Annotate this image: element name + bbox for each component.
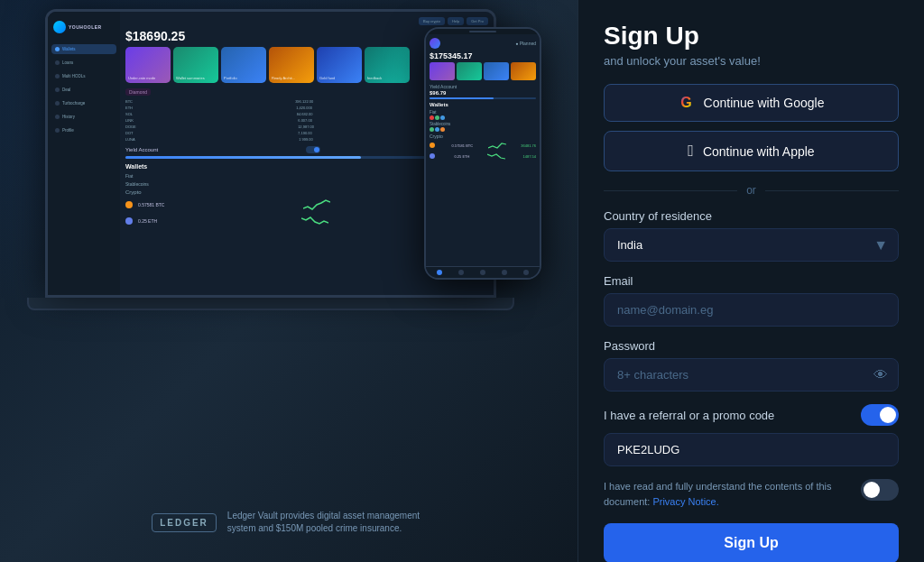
- sidebar-profile: Profile: [51, 125, 116, 135]
- apple-icon: : [688, 142, 694, 161]
- page-subtitle: and unlock your asset's value!: [604, 54, 899, 68]
- asset-card-6: feedback: [365, 47, 410, 83]
- asset-card-4: Ready Archit...: [269, 47, 314, 83]
- app-logo: YOUHOOLER: [51, 19, 116, 35]
- ledger-badge: LEDGER Ledger Vault provides digital ass…: [152, 510, 426, 535]
- sidebar-wallets: Wallets: [51, 44, 116, 54]
- divider-line-left: [604, 190, 737, 191]
- apple-button-label: Continue with Apple: [703, 144, 815, 159]
- app-sidebar: YOUHOOLER Wallets Loans Multi HODLs: [48, 12, 120, 295]
- right-panel: Sign Up and unlock your asset's value! G…: [578, 0, 924, 562]
- divider-text: or: [746, 184, 756, 197]
- sidebar-turbocharge: Turbocharge: [51, 98, 116, 108]
- asset-card-3: Portfolio: [221, 47, 266, 83]
- ledger-description: Ledger Vault provides digital asset mana…: [227, 510, 426, 535]
- referral-code-input[interactable]: [604, 433, 899, 466]
- google-icon: G: [679, 95, 695, 111]
- privacy-toggle-thumb: [864, 482, 880, 498]
- country-select[interactable]: India United States United Kingdom Germa…: [604, 228, 899, 262]
- privacy-notice-link[interactable]: Privacy Notice.: [652, 496, 718, 507]
- mobile-mockup: ● Planned $175345.17 Yield Account $96.7…: [424, 27, 541, 280]
- email-label: Email: [604, 274, 899, 288]
- ledger-logo: LEDGER: [152, 513, 217, 532]
- email-field[interactable]: [604, 293, 899, 327]
- toggle-thumb: [880, 407, 896, 423]
- asset-card-2: Wallet summaries: [173, 47, 218, 83]
- privacy-text: I have read and fully understand the con…: [604, 479, 850, 509]
- page-title: Sign Up: [604, 22, 899, 51]
- mobile-balance: $175345.17: [430, 51, 536, 60]
- password-group: Password 👁: [604, 339, 899, 392]
- password-label: Password: [604, 339, 899, 353]
- left-panel: YOUHOOLER Wallets Loans Multi HODLs: [0, 0, 578, 562]
- or-divider: or: [604, 184, 899, 197]
- country-label: Country of residence: [604, 209, 899, 223]
- password-toggle-icon[interactable]: 👁: [873, 367, 888, 383]
- apple-signin-button[interactable]:  Continue with Apple: [604, 131, 899, 171]
- divider-line-right: [765, 190, 899, 191]
- google-button-label: Continue with Google: [704, 96, 825, 110]
- sidebar-history: History: [51, 112, 116, 122]
- sidebar-multihodls: Multi HODLs: [51, 71, 116, 81]
- google-signin-button[interactable]: G Continue with Google: [604, 84, 899, 122]
- country-select-wrapper: India United States United Kingdom Germa…: [604, 228, 899, 262]
- referral-label: I have a referral or a promo code: [604, 409, 774, 422]
- privacy-toggle[interactable]: [861, 479, 899, 501]
- asset-card-1: Under-rate mode: [125, 47, 171, 83]
- sidebar-loans: Loans: [51, 58, 116, 68]
- privacy-row: I have read and fully understand the con…: [604, 479, 899, 509]
- signup-button[interactable]: Sign Up: [604, 523, 899, 562]
- password-wrapper: 👁: [604, 358, 899, 392]
- email-group: Email: [604, 274, 899, 327]
- sidebar-deal: Deal: [51, 85, 116, 95]
- password-field[interactable]: [604, 358, 899, 392]
- asset-card-5: Gold fund: [317, 47, 362, 83]
- referral-row: I have a referral or a promo code: [604, 404, 899, 426]
- country-group: Country of residence India United States…: [604, 209, 899, 262]
- referral-toggle[interactable]: [861, 404, 899, 426]
